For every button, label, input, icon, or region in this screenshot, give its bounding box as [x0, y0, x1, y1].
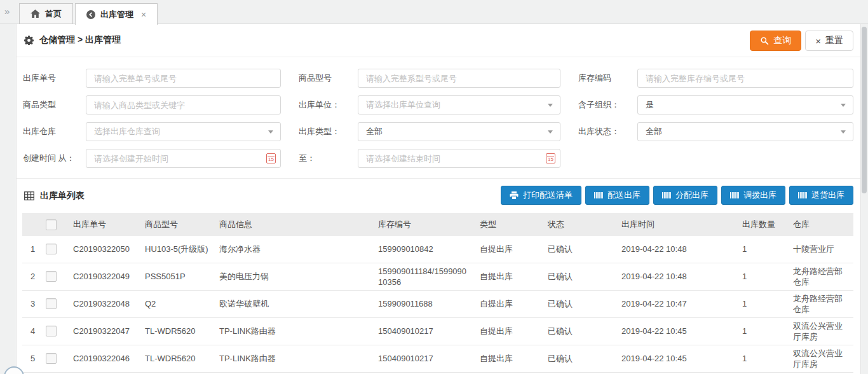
create-time-to-input[interactable]: [358, 149, 560, 168]
calendar-icon-day: 15: [546, 156, 555, 163]
cell-checkbox: [41, 236, 68, 263]
back-circle-icon: [86, 10, 95, 19]
filter-field-stock-code: 库存编码: [578, 69, 853, 88]
cell-row-number: 2: [22, 263, 41, 290]
row-checkbox[interactable]: [46, 244, 57, 254]
outbound-warehouse-select[interactable]: 选择出库仓库查询: [86, 122, 281, 141]
chevron-down-icon: [841, 104, 846, 107]
cell-checkbox: [41, 345, 68, 372]
filter-control-product-type: [86, 95, 281, 114]
row-checkbox[interactable]: [46, 271, 57, 282]
cell-qty: 1: [737, 236, 788, 263]
delivery-outbound-button-label: 配送出库: [607, 190, 641, 201]
cell-model: PSS5051P: [140, 263, 214, 290]
outbound-type-select[interactable]: 全部: [358, 122, 560, 141]
close-icon[interactable]: ×: [141, 10, 146, 19]
filter-control-product-model: [358, 69, 560, 88]
row-checkbox[interactable]: [46, 326, 57, 336]
product-model-input[interactable]: [358, 69, 560, 88]
filter-field-outbound-warehouse: 出库仓库选择出库仓库查询: [23, 122, 299, 141]
cell-model: HU103-5(升级版): [140, 236, 214, 263]
cell-order-no: C20190322050: [68, 236, 140, 263]
barcode-icon: [594, 191, 603, 199]
list-header: 出库单列表 打印配送清单配送出库分配出库调拨出库退货出库: [17, 179, 860, 213]
calendar-icon[interactable]: 15: [546, 153, 555, 163]
delivery-outbound-button[interactable]: 配送出库: [585, 186, 649, 205]
column-header-7: 出库数量: [737, 213, 788, 236]
table-row[interactable]: 1C20190322050HU103-5(升级版)海尔净水器1599090108…: [22, 236, 853, 263]
row-checkbox[interactable]: [46, 298, 57, 309]
search-button-label: 查询: [773, 35, 791, 46]
filter-control-outbound-warehouse: 选择出库仓库查询: [86, 122, 281, 141]
chevron-down-icon: [268, 130, 273, 134]
print-delivery-list-button-label: 打印配送清单: [523, 190, 573, 201]
transfer-outbound-button[interactable]: 调拨出库: [721, 186, 785, 205]
filter-label-create-time-to: 至：: [299, 153, 358, 164]
outbound-unit-select[interactable]: 请选择出库单位查询: [358, 95, 560, 114]
create-time-from-input[interactable]: [86, 149, 281, 168]
cell-type: 自提出库: [475, 236, 543, 263]
cell-status: 已确认: [543, 236, 616, 263]
barcode-icon: [662, 191, 671, 199]
breadcrumb-row: 仓储管理 > 出库管理 查询 × 重置: [17, 24, 860, 57]
cell-qty: 1: [737, 290, 788, 317]
cell-outbound-time: 2019-04-22 10:45: [616, 345, 737, 372]
cell-status: 已确认: [543, 263, 616, 290]
table-row[interactable]: 2C20190322049PSS5051P美的电压力锅159909011184/…: [22, 263, 853, 290]
cell-stock-code: 150409010217: [373, 317, 475, 345]
table-row[interactable]: 5C20190322046TL-WDR5620TP-LINK路由器1504090…: [22, 345, 853, 372]
allocate-outbound-button-label: 分配出库: [675, 190, 709, 201]
cell-checkbox: [41, 263, 68, 290]
reset-button[interactable]: × 重置: [805, 31, 853, 51]
cell-order-no: C20190322049: [68, 263, 140, 290]
tab-home-label: 首页: [45, 8, 62, 20]
transfer-outbound-button-label: 调拨出库: [743, 190, 776, 201]
cell-qty: 1: [737, 263, 788, 290]
cell-status: 已确认: [543, 290, 616, 317]
select-all-checkbox[interactable]: [46, 219, 57, 230]
table-row[interactable]: 3C20190322048Q2欧诺华破壁机159909011688自提出库已确认…: [22, 290, 853, 317]
breadcrumb: 仓储管理 > 出库管理: [24, 34, 121, 46]
cell-product-info: TP-LINK路由器: [214, 345, 373, 372]
cell-qty: 1: [737, 345, 788, 372]
filter-field-outbound-type: 出库类型：全部: [299, 122, 578, 141]
row-checkbox[interactable]: [46, 353, 57, 364]
return-outbound-button[interactable]: 退货出库: [789, 186, 853, 205]
filter-field-product-type: 商品类型: [23, 95, 299, 114]
outbound-no-input[interactable]: [86, 69, 281, 88]
cell-status: 已确认: [543, 317, 616, 345]
chevron-down-icon: [548, 130, 553, 134]
cell-type: 自提出库: [475, 290, 543, 317]
cell-row-number: 1: [22, 236, 41, 263]
print-delivery-list-button[interactable]: 打印配送清单: [501, 186, 581, 205]
column-header-5: 状态: [543, 213, 616, 236]
vertical-scrollbar-thumb[interactable]: [862, 27, 867, 193]
cell-outbound-time: 2019-04-22 10:48: [616, 236, 737, 263]
outbound-status-select[interactable]: 全部: [637, 122, 853, 141]
table-row[interactable]: 4C20190322047TL-WDR5620TP-LINK路由器1504090…: [22, 317, 853, 345]
search-button[interactable]: 查询: [750, 31, 801, 51]
tab-home[interactable]: 首页: [19, 3, 73, 24]
calendar-icon[interactable]: 15: [266, 153, 276, 163]
column-header-0: 出库单号: [68, 213, 140, 236]
filter-label-outbound-type: 出库类型：: [299, 126, 358, 137]
stock-code-input[interactable]: [637, 69, 853, 88]
calendar-icon-day: 15: [267, 156, 275, 163]
filter-field-outbound-status: 出库状态：全部: [578, 122, 853, 141]
gear-icon: [24, 36, 34, 45]
list-actions: 打印配送清单配送出库分配出库调拨出库退货出库: [501, 186, 853, 205]
table-body: 1C20190322050HU103-5(升级版)海尔净水器1599090108…: [22, 236, 853, 372]
product-type-input[interactable]: [86, 95, 281, 114]
home-icon: [31, 10, 40, 18]
allocate-outbound-button[interactable]: 分配出库: [653, 186, 717, 205]
include-sub-org-select[interactable]: 是: [637, 95, 853, 114]
tab-outbound-management[interactable]: 出库管理 ×: [75, 3, 158, 25]
cell-row-number: 3: [22, 290, 41, 317]
cell-product-info: 美的电压力锅: [214, 263, 373, 290]
outbound-unit-value: 请选择出库单位查询: [366, 99, 440, 111]
sidebar-expand-icon[interactable]: »: [4, 6, 10, 17]
filter-label-outbound-status: 出库状态：: [578, 126, 637, 137]
header-checkbox-cell: [41, 213, 68, 236]
vertical-scrollbar[interactable]: [860, 24, 868, 374]
filter-field-outbound-no: 出库单号: [23, 69, 299, 88]
